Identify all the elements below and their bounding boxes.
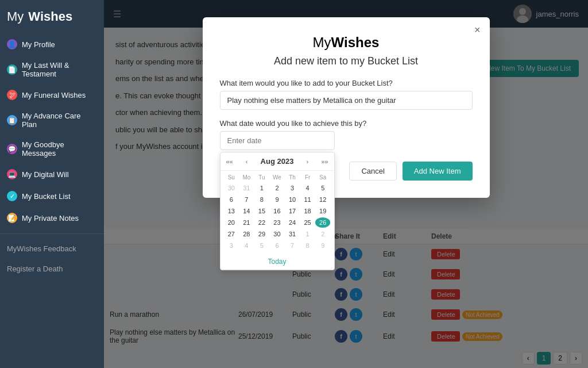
sidebar-item-digital[interactable]: 💻 My Digital Will bbox=[0, 163, 104, 185]
sidebar-item-private[interactable]: 📝 My Private Notes bbox=[0, 207, 104, 229]
modal: × MyWishes Add new item to my Bucket Lis… bbox=[203, 17, 490, 198]
modal-logo: MyWishes bbox=[220, 34, 473, 51]
cal-day[interactable]: 23 bbox=[269, 217, 285, 228]
sidebar-item-label-bucket: My Bucket List bbox=[22, 192, 71, 201]
cal-day[interactable]: 27 bbox=[224, 229, 239, 239]
date-input[interactable] bbox=[220, 131, 335, 150]
funeral-icon: 🕊 bbox=[7, 90, 17, 100]
cal-day[interactable]: 25 bbox=[300, 217, 315, 228]
cal-day[interactable]: 2 bbox=[269, 183, 285, 193]
modal-item-input[interactable] bbox=[220, 91, 473, 110]
sidebar-item-profile[interactable]: 👤 My Profile bbox=[0, 33, 104, 55]
sidebar-item-label-goodbye: My Goodbye Messages bbox=[22, 140, 97, 158]
cal-day[interactable]: 8 bbox=[254, 194, 270, 205]
cal-day[interactable]: 3 bbox=[224, 240, 239, 251]
calendar-grid: Su Mo Tu We Th Fr Sa 30 31 1 bbox=[220, 171, 334, 254]
cal-prev-prev-button[interactable]: «« bbox=[226, 158, 233, 165]
profile-icon: 👤 bbox=[7, 39, 17, 49]
logo-wishes: Wishes bbox=[28, 9, 72, 24]
cal-day[interactable]: 9 bbox=[269, 194, 285, 205]
sidebar: MyWishes 👤 My Profile 📄 My Last Will & T… bbox=[0, 0, 104, 368]
cal-day[interactable]: 24 bbox=[285, 217, 300, 228]
cal-day[interactable]: 2 bbox=[315, 229, 331, 239]
sidebar-item-bucket[interactable]: ✓ My Bucket List bbox=[0, 185, 104, 207]
will-icon: 📄 bbox=[7, 64, 17, 75]
sidebar-item-advance[interactable]: 📋 My Advance Care Plan bbox=[0, 106, 104, 135]
sidebar-item-label-feedback: MyWishes Feedback bbox=[7, 244, 76, 253]
modal-date-label: What date would you like to achieve this… bbox=[220, 119, 473, 128]
cal-day[interactable]: 1 bbox=[254, 183, 270, 193]
cal-month-label: Aug 2023 bbox=[261, 157, 294, 166]
cal-prev-button[interactable]: ‹ bbox=[246, 158, 248, 165]
cal-day[interactable]: 17 bbox=[285, 206, 300, 216]
sidebar-item-label-advance: My Advance Care Plan bbox=[22, 112, 97, 129]
cal-day-selected[interactable]: 26 bbox=[315, 217, 331, 228]
sidebar-item-label-will: My Last Will & Testament bbox=[22, 61, 97, 78]
cal-day[interactable]: 11 bbox=[300, 194, 315, 205]
app-logo: MyWishes bbox=[0, 0, 104, 33]
sidebar-item-label-digital: My Digital Will bbox=[22, 170, 69, 179]
sidebar-item-feedback[interactable]: MyWishes Feedback bbox=[0, 239, 104, 259]
cal-day[interactable]: 1 bbox=[300, 229, 315, 239]
modal-logo-my: My bbox=[313, 34, 331, 50]
sidebar-item-label-private: My Private Notes bbox=[22, 214, 79, 223]
modal-logo-wishes: Wishes bbox=[331, 34, 380, 50]
bucket-icon: ✓ bbox=[7, 191, 17, 201]
sidebar-item-label-profile: My Profile bbox=[22, 40, 55, 49]
cal-day[interactable]: 7 bbox=[239, 194, 254, 205]
cal-day[interactable]: 29 bbox=[254, 229, 270, 239]
cal-next-button[interactable]: › bbox=[306, 158, 308, 165]
cal-day[interactable]: 13 bbox=[224, 206, 239, 216]
cal-day[interactable]: 9 bbox=[315, 240, 331, 251]
sidebar-item-label-funeral: My Funeral Wishes bbox=[22, 91, 86, 99]
today-button[interactable]: Today bbox=[220, 254, 334, 270]
sidebar-item-register[interactable]: Register a Death bbox=[0, 259, 104, 279]
modal-item-label: What item would you like to add to your … bbox=[220, 79, 473, 87]
calendar-days: 30 31 1 2 3 4 5 6 7 8 9 10 bbox=[224, 183, 331, 251]
cal-day[interactable]: 10 bbox=[285, 194, 300, 205]
sidebar-item-goodbye[interactable]: 💬 My Goodbye Messages bbox=[0, 135, 104, 163]
cal-day[interactable]: 5 bbox=[254, 240, 270, 251]
cal-day[interactable]: 20 bbox=[224, 217, 239, 228]
cal-next-next-button[interactable]: »» bbox=[321, 158, 328, 165]
cal-day[interactable]: 3 bbox=[285, 183, 300, 193]
cal-day[interactable]: 15 bbox=[254, 206, 270, 216]
digital-icon: 💻 bbox=[7, 169, 17, 179]
cal-day[interactable]: 19 bbox=[315, 206, 331, 216]
cal-day[interactable]: 22 bbox=[254, 217, 270, 228]
advance-icon: 📋 bbox=[7, 115, 17, 125]
main-content: ☰ james_norris sist of adventurous activ… bbox=[104, 0, 588, 368]
cal-day[interactable]: 31 bbox=[239, 183, 254, 193]
modal-title: Add new item to my Bucket List bbox=[220, 55, 473, 67]
cal-day[interactable]: 18 bbox=[300, 206, 315, 216]
cal-day[interactable]: 6 bbox=[224, 194, 239, 205]
cal-day[interactable]: 4 bbox=[300, 183, 315, 193]
logo-my: My bbox=[7, 9, 24, 24]
cancel-button[interactable]: Cancel bbox=[349, 162, 396, 181]
cal-day[interactable]: 6 bbox=[269, 240, 285, 251]
cal-day[interactable]: 12 bbox=[315, 194, 331, 205]
cal-day[interactable]: 16 bbox=[269, 206, 285, 216]
calendar: «« ‹ Aug 2023 › »» Su Mo Tu We Th bbox=[220, 152, 335, 270]
modal-close-button[interactable]: × bbox=[474, 24, 481, 36]
cal-day[interactable]: 28 bbox=[239, 229, 254, 239]
sidebar-divider bbox=[0, 233, 104, 234]
modal-overlay: × MyWishes Add new item to my Bucket Lis… bbox=[104, 0, 588, 368]
cal-day[interactable]: 7 bbox=[285, 240, 300, 251]
add-new-item-modal-button[interactable]: Add New Item bbox=[403, 162, 473, 181]
cal-day[interactable]: 30 bbox=[269, 229, 285, 239]
date-picker-wrapper: «« ‹ Aug 2023 › »» Su Mo Tu We Th bbox=[220, 131, 473, 150]
cal-day[interactable]: 31 bbox=[285, 229, 300, 239]
calendar-days-header: Su Mo Tu We Th Fr Sa bbox=[224, 174, 331, 181]
sidebar-item-will[interactable]: 📄 My Last Will & Testament bbox=[0, 55, 104, 84]
goodbye-icon: 💬 bbox=[7, 144, 17, 154]
sidebar-item-funeral[interactable]: 🕊 My Funeral Wishes bbox=[0, 84, 104, 106]
sidebar-item-label-register: Register a Death bbox=[7, 264, 63, 273]
cal-day[interactable]: 4 bbox=[239, 240, 254, 251]
calendar-header: «« ‹ Aug 2023 › »» bbox=[220, 152, 334, 171]
cal-day[interactable]: 14 bbox=[239, 206, 254, 216]
cal-day[interactable]: 8 bbox=[300, 240, 315, 251]
cal-day[interactable]: 5 bbox=[315, 183, 331, 193]
cal-day[interactable]: 21 bbox=[239, 217, 254, 228]
cal-day[interactable]: 30 bbox=[224, 183, 239, 193]
